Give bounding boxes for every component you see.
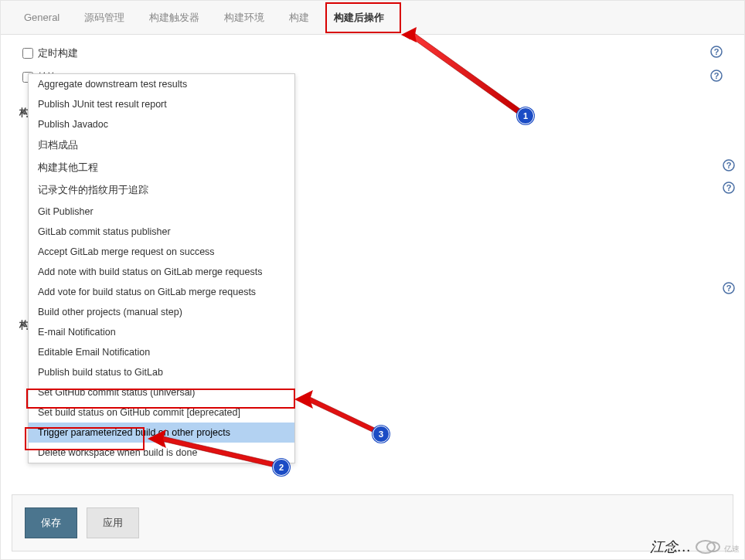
watermark-text: 江念… (650, 538, 690, 556)
help-icon-column: ? (723, 282, 735, 297)
help-icon-column: ? ? (723, 159, 735, 196)
post-build-actions-menu[interactable]: Aggregate downstream test resultsPublish… (28, 73, 295, 463)
jenkins-job-config-panel: General 源码管理 构建触发器 构建环境 构建 构建后操作 定时构建 ? … (0, 0, 745, 560)
tab-general[interactable]: General (12, 5, 72, 29)
checkbox-timed-build[interactable] (22, 48, 33, 59)
save-button[interactable]: 保存 (25, 507, 77, 538)
tab-triggers[interactable]: 构建触发器 (137, 5, 212, 31)
help-icon[interactable]: ? (710, 70, 723, 84)
menu-item[interactable]: 记录文件的指纹用于追踪 (29, 179, 294, 202)
menu-item[interactable]: Git Publisher (29, 202, 294, 222)
svg-text:?: ? (726, 161, 732, 170)
watermark-logo-icon: 亿速云 (693, 536, 740, 558)
menu-item[interactable]: GitLab commit status publisher (29, 222, 294, 242)
tab-post-build-actions[interactable]: 构建后操作 (321, 5, 396, 31)
menu-item[interactable]: Delete workspace when build is done (29, 443, 294, 463)
tab-scm[interactable]: 源码管理 (72, 5, 137, 31)
help-icon[interactable]: ? (710, 46, 723, 60)
help-icon[interactable]: ? (723, 182, 735, 196)
menu-item[interactable]: Publish build status to GitLab (29, 362, 294, 382)
menu-item[interactable]: Add vote for build status on GitLab merg… (29, 282, 294, 302)
svg-text:?: ? (726, 283, 732, 293)
menu-item[interactable]: Add note with build status on GitLab mer… (29, 262, 294, 282)
annotation-number-badge: 1 (517, 107, 534, 124)
menu-item[interactable]: Publish Javadoc (29, 114, 294, 134)
menu-item[interactable]: Accept GitLab merge request on success (29, 242, 294, 262)
help-icon[interactable]: ? (723, 282, 735, 297)
svg-text:亿速云: 亿速云 (723, 545, 740, 553)
config-tabs: General 源码管理 构建触发器 构建环境 构建 构建后操作 (1, 1, 744, 35)
tab-environment[interactable]: 构建环境 (212, 5, 277, 31)
tab-build[interactable]: 构建 (277, 5, 321, 31)
menu-item[interactable]: Build other projects (manual step) (29, 302, 294, 322)
svg-marker-14 (298, 393, 379, 434)
help-icon[interactable]: ? (723, 159, 735, 174)
menu-item[interactable]: Set GitHub commit status (universal) (29, 382, 294, 402)
annotation-number-badge: 3 (372, 426, 390, 443)
menu-item[interactable]: Publish JUnit test result report (29, 94, 294, 114)
label-timed-build: 定时构建 (38, 46, 78, 60)
footer-bar: 保存 应用 (12, 494, 733, 552)
row-timed-build: 定时构建 ? (16, 41, 729, 65)
menu-item[interactable]: Aggregate downstream test results (29, 74, 294, 94)
menu-item[interactable]: E-mail Notification (29, 322, 294, 342)
menu-item[interactable]: 构建其他工程 (29, 157, 294, 179)
annotation-arrow (293, 395, 386, 437)
svg-text:?: ? (714, 71, 719, 80)
apply-button[interactable]: 应用 (87, 507, 139, 538)
menu-item[interactable]: 归档成品 (29, 134, 294, 157)
menu-item[interactable]: Set build status on GitHub commit [depre… (29, 402, 294, 423)
watermark: 江念… 亿速云 (650, 536, 740, 558)
svg-marker-15 (294, 390, 313, 409)
menu-item[interactable]: Editable Email Notification (29, 342, 294, 362)
svg-text:?: ? (726, 183, 732, 192)
svg-text:?: ? (714, 47, 719, 56)
menu-item[interactable]: Trigger parameterized build on other pro… (29, 423, 294, 443)
